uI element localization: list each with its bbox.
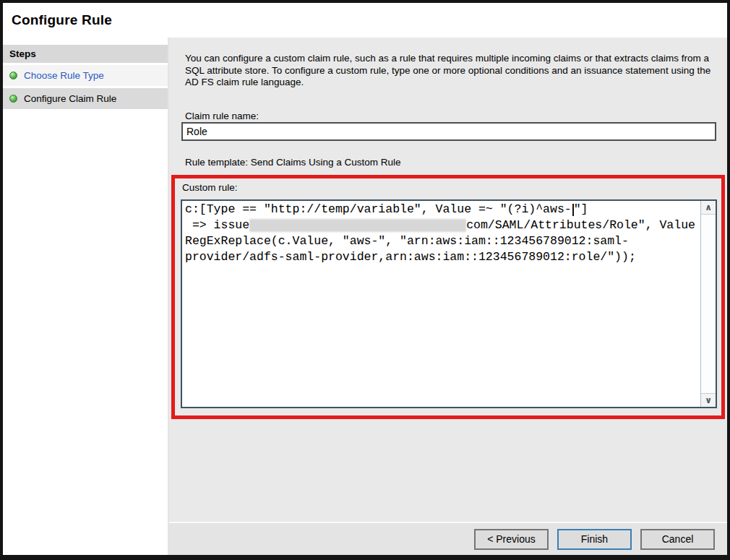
configure-rule-window: Configure Rule Steps Choose Rule Type Co… bbox=[0, 0, 730, 560]
window-titlebar: Configure Rule bbox=[3, 3, 727, 38]
step-status-icon bbox=[9, 95, 17, 103]
claim-rule-name-label: Claim rule name: bbox=[185, 111, 259, 121]
claim-rule-name-input[interactable] bbox=[181, 122, 716, 141]
main-panel: You can configure a custom claim rule, s… bbox=[169, 38, 727, 555]
step-status-icon bbox=[9, 72, 17, 79]
vertical-scrollbar[interactable]: ∧ ∨ bbox=[700, 201, 716, 407]
finish-button[interactable]: Finish bbox=[557, 529, 632, 550]
wizard-description: You can configure a custom claim rule, s… bbox=[185, 53, 718, 89]
code-line-4: provider/adfs-saml-provider,arn:aws:iam:… bbox=[185, 249, 700, 265]
steps-sidebar: Steps Choose Rule Type Configure Claim R… bbox=[3, 38, 169, 555]
code-line-3: RegExReplace(c.Value, "aws-", "arn:aws:i… bbox=[185, 233, 700, 249]
scroll-up-icon[interactable]: ∧ bbox=[701, 201, 716, 215]
annotation-highlight-box: Custom rule: c:[Type == "http://temp/var… bbox=[171, 175, 725, 419]
custom-rule-label: Custom rule: bbox=[182, 182, 238, 193]
previous-button[interactable]: < Previous bbox=[474, 529, 549, 550]
steps-header: Steps bbox=[3, 45, 168, 63]
step-label: Choose Rule Type bbox=[24, 70, 104, 81]
sidebar-item-configure-claim-rule[interactable]: Configure Claim Rule bbox=[3, 88, 168, 109]
code-line-1: c:[Type == "http://temp/variable", Value… bbox=[185, 202, 700, 217]
redacted-text-block bbox=[249, 219, 466, 232]
custom-rule-editor[interactable]: c:[Type == "http://temp/variable", Value… bbox=[181, 199, 717, 408]
step-label: Configure Claim Rule bbox=[24, 93, 116, 104]
wizard-button-bar: < Previous Finish Cancel bbox=[169, 522, 727, 555]
custom-rule-code[interactable]: c:[Type == "http://temp/variable", Value… bbox=[182, 201, 700, 407]
page-title: Configure Rule bbox=[12, 12, 112, 28]
sidebar-item-choose-rule-type[interactable]: Choose Rule Type bbox=[3, 65, 168, 86]
rule-template-text: Rule template: Send Claims Using a Custo… bbox=[185, 157, 401, 168]
cancel-button[interactable]: Cancel bbox=[640, 529, 715, 550]
wizard-content: Steps Choose Rule Type Configure Claim R… bbox=[3, 38, 727, 555]
code-line-2: => issuecom/SAML/Attributes/Role", Value… bbox=[185, 217, 700, 233]
scroll-down-icon[interactable]: ∨ bbox=[701, 393, 716, 407]
